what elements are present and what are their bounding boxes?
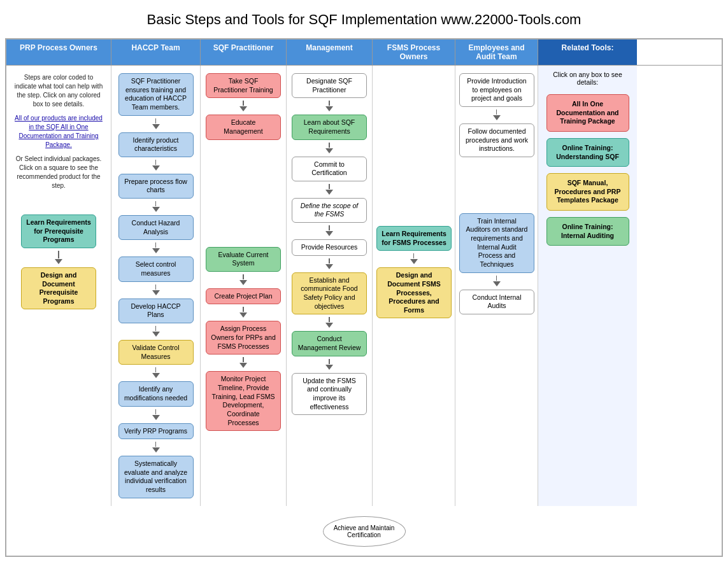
ad	[325, 264, 333, 269]
al	[243, 274, 244, 279]
fsms-box2[interactable]: Design and Document FSMS Processes, Proc…	[376, 267, 452, 318]
ad	[325, 323, 333, 328]
ad	[239, 313, 247, 318]
haccp-box2[interactable]: Identify product characteristics	[118, 132, 194, 157]
mgmt-box5[interactable]: Provide Resources	[292, 239, 367, 256]
al	[155, 242, 157, 248]
al	[329, 359, 330, 364]
ad	[152, 124, 160, 129]
sqf-box1[interactable]: Take SQF Practitioner Training	[206, 73, 281, 98]
al	[155, 442, 157, 447]
al	[243, 357, 244, 362]
haccp-box7[interactable]: Validate Control Measures	[118, 340, 194, 365]
sqf-flow: Take SQF Practitioner Training Educate M…	[204, 71, 282, 433]
ad	[152, 207, 160, 212]
haccp-box8[interactable]: Identify any modifications needed	[118, 381, 194, 406]
mgmt-box6[interactable]: Establish and communicate Food Safety Po…	[292, 272, 367, 315]
sqf-box6[interactable]: Monitor Project Timeline, Provide Traini…	[206, 371, 281, 431]
sqf-box4[interactable]: Create Project Plan	[206, 288, 281, 305]
header-sqf: SQF Practitioner	[201, 39, 287, 65]
fsms-box1[interactable]: Learn Requirements for FSMS Processes	[376, 226, 452, 251]
header-fsms: FSMS Process Owners	[373, 39, 455, 65]
ad	[152, 165, 160, 171]
ad	[325, 365, 333, 370]
emp-box4[interactable]: Conduct Internal Audits	[459, 290, 534, 314]
haccp-box1[interactable]: SQF Practitioner ensures training and ed…	[118, 73, 194, 116]
ad	[493, 281, 501, 286]
ad	[325, 148, 333, 153]
al	[243, 101, 244, 106]
emp-box3[interactable]: Train Internal Auditors on standard requ…	[459, 213, 534, 273]
haccp-box4[interactable]: Conduct Hazard Analysis	[118, 215, 194, 240]
mgmt-box3[interactable]: Commit to Certification	[292, 157, 367, 181]
ad	[493, 115, 501, 120]
tool-box4[interactable]: Online Training: Internal Auditing	[546, 217, 629, 246]
al	[243, 307, 244, 312]
ad	[239, 363, 247, 368]
sqf-box5[interactable]: Assign Process Owners for PRPs and FSMS …	[206, 321, 281, 355]
ad	[152, 447, 160, 453]
prp-box1[interactable]: Learn Requirements for Prerequisite Prog…	[21, 214, 96, 248]
haccp-flow: SQF Practitioner ensures training and ed…	[115, 71, 196, 501]
al	[329, 184, 330, 189]
arrow-line	[58, 251, 59, 258]
ad	[325, 231, 333, 236]
mgmt-box7[interactable]: Conduct Management Review	[292, 331, 367, 356]
ad	[410, 259, 418, 264]
al	[155, 409, 157, 414]
al	[155, 285, 157, 290]
al	[155, 201, 157, 206]
al	[155, 118, 157, 123]
header-tools: Related Tools:	[538, 39, 637, 65]
emp-flow: Provide Introduction to employees on pro…	[459, 71, 534, 317]
mgmt-box8[interactable]: Update the FSMS and continually improve …	[292, 373, 367, 416]
column-headers: PRP Process Owners HACCP Team SQF Practi…	[6, 39, 722, 66]
col-haccp: SQF Practitioner ensures training and ed…	[111, 66, 201, 506]
haccp-box5[interactable]: Select control measures	[118, 256, 194, 281]
prp-sidebar-text: Steps are color coded to indicate what t…	[10, 71, 107, 111]
tool-box3[interactable]: SQF Manual, Procedures and PRP Templates…	[546, 173, 629, 211]
haccp-box3[interactable]: Prepare process flow charts	[118, 174, 194, 199]
col-emp: Provide Introduction to employees on pro…	[455, 66, 538, 506]
haccp-box6[interactable]: Develop HACCP Plans	[118, 299, 194, 323]
ad	[152, 415, 160, 420]
al	[329, 225, 330, 230]
emp-box1[interactable]: Provide Introduction to employees on pro…	[459, 73, 534, 107]
al	[155, 160, 157, 165]
fsms-flow: Learn Requirements for FSMS Processes De…	[376, 71, 451, 321]
tools-intro: Click on any box to see details:	[542, 71, 633, 86]
col-sqf: Take SQF Practitioner Training Educate M…	[201, 66, 287, 506]
emp-box2[interactable]: Follow documented procedures and work in…	[459, 123, 534, 157]
al	[329, 317, 330, 322]
al	[413, 253, 415, 258]
diagram-container: PRP Process Owners HACCP Team SQF Practi…	[5, 38, 723, 557]
col-fsms: Learn Requirements for FSMS Processes De…	[373, 66, 455, 506]
mgmt-box2[interactable]: Learn about SQF Requirements	[292, 115, 367, 139]
prp-link-text: All of our products are included in the …	[10, 111, 107, 152]
mgmt-box1[interactable]: Designate SQF Practitioner	[292, 73, 367, 98]
al	[155, 326, 157, 331]
ad	[152, 332, 160, 337]
diagram-body: Steps are color coded to indicate what t…	[6, 66, 722, 506]
al	[329, 258, 330, 263]
sqf-box2[interactable]: Educate Management	[206, 115, 281, 139]
header-emp: Employees and Audit Team	[455, 39, 538, 65]
prp-box2[interactable]: Design and Document Prerequisite Program…	[21, 267, 96, 310]
ad	[239, 280, 247, 285]
al	[155, 367, 157, 372]
mgmt-box4[interactable]: Define the scope of the FSMS	[292, 198, 367, 223]
haccp-box9[interactable]: Verify PRP Programs	[118, 423, 194, 440]
tool-box1[interactable]: All In One Documentation and Training Pa…	[546, 94, 629, 132]
prp-link[interactable]: All of our products are included in the …	[15, 115, 103, 148]
haccp-box10[interactable]: Systematically evaluate and analyze indi…	[118, 456, 194, 498]
al	[329, 101, 330, 106]
sqf-box3[interactable]: Evaluate Current System	[206, 247, 281, 272]
ad	[152, 248, 160, 253]
bottom-oval[interactable]: Achieve and Maintain Certification	[323, 516, 406, 547]
header-prp: PRP Process Owners	[6, 39, 111, 65]
al	[496, 276, 497, 281]
col-prp: Steps are color coded to indicate what t…	[6, 66, 111, 506]
prp-or-text: Or Select individual packages. Click on …	[10, 152, 107, 193]
tool-box2[interactable]: Online Training: Understanding SQF	[546, 138, 629, 167]
arrow-down	[55, 259, 62, 264]
